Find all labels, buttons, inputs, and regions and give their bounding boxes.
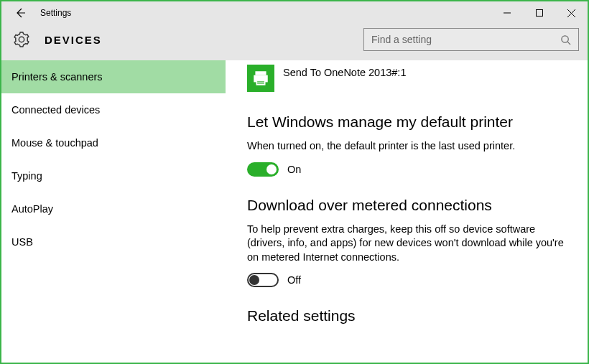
sidebar-item-typing[interactable]: Typing bbox=[1, 159, 226, 192]
default-printer-toggle[interactable] bbox=[247, 162, 279, 177]
svg-rect-2 bbox=[255, 71, 266, 75]
sidebar-item-connected-devices[interactable]: Connected devices bbox=[1, 93, 226, 126]
search-box[interactable] bbox=[363, 28, 579, 51]
svg-rect-5 bbox=[257, 81, 264, 82]
back-button[interactable] bbox=[9, 1, 32, 24]
sidebar-item-label: Connected devices bbox=[11, 104, 100, 116]
main-content: Send To OneNote 2013#:1 Let Windows mana… bbox=[226, 60, 588, 363]
maximize-button[interactable] bbox=[523, 1, 555, 24]
titlebar: Settings bbox=[1, 1, 588, 24]
svg-rect-4 bbox=[256, 80, 266, 85]
gear-icon bbox=[13, 31, 30, 48]
printer-name: Send To OneNote 2013#:1 bbox=[283, 67, 406, 78]
sidebar-item-label: USB bbox=[11, 236, 33, 248]
close-icon bbox=[567, 9, 575, 17]
maximize-icon bbox=[536, 9, 543, 17]
metered-heading: Download over metered connections bbox=[247, 197, 569, 214]
sidebar-item-mouse-touchpad[interactable]: Mouse & touchpad bbox=[1, 126, 226, 159]
minimize-icon bbox=[504, 9, 511, 17]
metered-toggle[interactable] bbox=[247, 273, 279, 287]
sidebar-item-printers-scanners[interactable]: Printers & scanners bbox=[1, 60, 226, 93]
default-printer-toggle-row: On bbox=[247, 162, 569, 177]
metered-toggle-label: Off bbox=[287, 274, 301, 286]
arrow-left-icon bbox=[14, 7, 26, 19]
window-controls bbox=[491, 1, 588, 24]
metered-toggle-row: Off bbox=[247, 273, 569, 287]
window-title: Settings bbox=[40, 8, 71, 18]
sidebar-item-label: AutoPlay bbox=[11, 203, 53, 215]
minimize-button[interactable] bbox=[491, 1, 523, 24]
search-icon bbox=[560, 34, 571, 45]
svg-point-1 bbox=[561, 35, 567, 42]
printer-entry[interactable]: Send To OneNote 2013#:1 bbox=[247, 65, 569, 92]
toggle-knob bbox=[266, 164, 277, 174]
sidebar-item-label: Mouse & touchpad bbox=[11, 137, 98, 149]
default-printer-heading: Let Windows manage my default printer bbox=[247, 113, 569, 131]
printer-icon bbox=[247, 65, 274, 92]
sidebar-item-autoplay[interactable]: AutoPlay bbox=[1, 192, 226, 225]
close-button[interactable] bbox=[555, 1, 588, 24]
default-printer-toggle-label: On bbox=[287, 164, 301, 175]
section-title: DEVICES bbox=[45, 34, 102, 46]
header: DEVICES bbox=[1, 24, 588, 60]
svg-rect-0 bbox=[536, 10, 542, 17]
sidebar-item-label: Printers & scanners bbox=[11, 71, 103, 83]
sidebar-item-label: Typing bbox=[11, 170, 42, 182]
body: Printers & scanners Connected devices Mo… bbox=[1, 60, 588, 363]
svg-rect-6 bbox=[257, 83, 264, 84]
default-printer-desc: When turned on, the default printer is t… bbox=[247, 139, 569, 154]
related-heading: Related settings bbox=[247, 307, 569, 325]
sidebar: Printers & scanners Connected devices Mo… bbox=[1, 60, 226, 363]
metered-desc: To help prevent extra charges, keep this… bbox=[247, 223, 569, 265]
toggle-knob bbox=[249, 275, 259, 285]
search-input[interactable] bbox=[371, 34, 560, 45]
sidebar-item-usb[interactable]: USB bbox=[1, 225, 226, 258]
